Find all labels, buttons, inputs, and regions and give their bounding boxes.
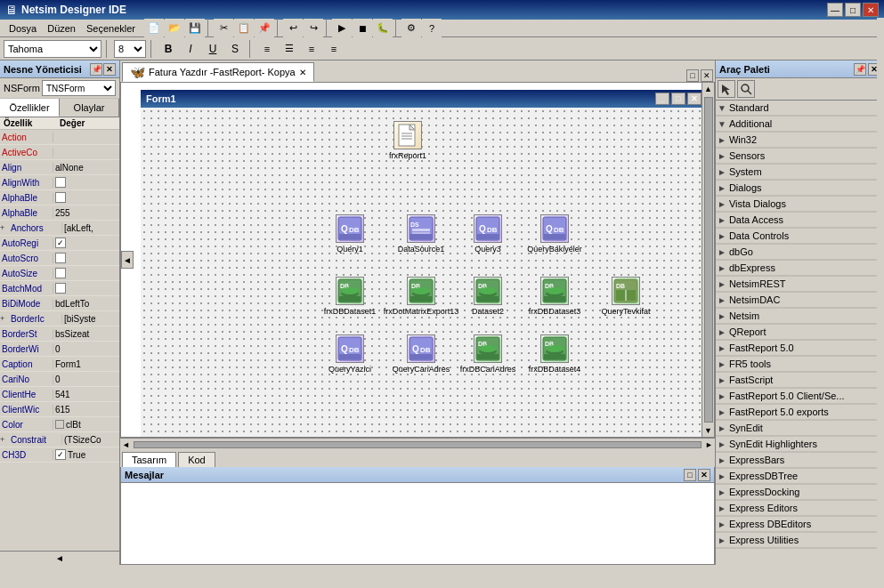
vertical-scrollbar[interactable]: ▲ ▼	[702, 83, 714, 437]
pin-button[interactable]: 📌	[90, 63, 102, 76]
group-express-utilities-header[interactable]: ► Express Utilities	[716, 533, 884, 548]
prop-color[interactable]: Color clBt	[0, 417, 119, 432]
underline-button[interactable]: U	[203, 40, 223, 58]
prop-clienthe[interactable]: ClientHe 541	[0, 387, 119, 402]
group-netsimrest-header[interactable]: ► NetsimREST	[716, 277, 884, 292]
prop-borderst[interactable]: BorderSt bsSizeat	[0, 326, 119, 342]
group-additional-header[interactable]: ▼ Additional	[716, 117, 884, 132]
scroll-left-btn[interactable]: ◄	[120, 439, 132, 451]
prop-alphable2[interactable]: AlphaBle 255	[0, 205, 119, 221]
toolbar-cut[interactable]: ✂	[214, 19, 233, 38]
checkbox-ch3d[interactable]: ✓	[55, 449, 66, 460]
close-button[interactable]: ✕	[863, 3, 879, 17]
toolbar-settings[interactable]: ⚙	[401, 19, 421, 38]
component-frxdbdataset3[interactable]: DB frxDBDataset3	[523, 277, 586, 316]
menu-secenekler[interactable]: Seçenekler	[81, 21, 141, 36]
toolbar-run[interactable]: ▶	[332, 19, 352, 38]
messages-close[interactable]: ✕	[698, 469, 710, 481]
prop-align[interactable]: Align alNone	[0, 160, 119, 175]
prop-borderic[interactable]: + BorderIc [biSyste	[0, 311, 119, 326]
prop-ch3d[interactable]: CH3D ✓ True	[0, 447, 119, 463]
toolbar-open[interactable]: 📂	[165, 19, 184, 38]
group-fastreport-exports-header[interactable]: ► FastReport 5.0 exports	[716, 405, 884, 420]
prop-autosize[interactable]: AutoSize	[0, 266, 119, 281]
form-maximize-button[interactable]: □	[671, 93, 685, 105]
checkbox-alignwith[interactable]	[55, 177, 66, 188]
group-dialogs-header[interactable]: ► Dialogs	[716, 181, 884, 196]
designer-tab-main[interactable]: 🦋 Fatura Yazdır -FastReport- Kopya ✕	[122, 62, 314, 82]
prop-autoscro[interactable]: AutoScro	[0, 251, 119, 266]
group-standard-header[interactable]: ▼ Standard	[716, 101, 884, 116]
group-fastreport50-header[interactable]: ► FastReport 5.0	[716, 341, 884, 356]
component-dataset2[interactable]: DB Dataset2	[457, 277, 519, 316]
h-scroll-thumb[interactable]	[134, 441, 702, 448]
component-querycari[interactable]: Q DB QueryCariAdres	[390, 334, 452, 374]
component-querytevkifat[interactable]: DB QueryTevkifat	[595, 277, 657, 316]
prop-batchmod[interactable]: BatchMod	[0, 281, 119, 296]
checkbox-autosize[interactable]	[55, 268, 66, 278]
checkbox-autoscro[interactable]	[55, 253, 66, 263]
prop-borderwi[interactable]: BorderWi 0	[0, 342, 119, 357]
toolbar-copy[interactable]: 📋	[234, 19, 254, 38]
group-sensors-header[interactable]: ► Sensors	[716, 149, 884, 164]
toolbar-new[interactable]: 📄	[144, 19, 164, 38]
group-fastreport-client-header[interactable]: ► FastReport 5.0 Client/Se...	[716, 389, 884, 404]
group-synedit-header[interactable]: ► SynEdit	[716, 421, 884, 436]
scroll-right-btn[interactable]: ►	[703, 439, 715, 451]
form-canvas[interactable]: frxReport1 Q DB Query1	[141, 108, 707, 437]
prop-caption[interactable]: Caption Form1	[0, 357, 119, 372]
scroll-down-button[interactable]: ▼	[702, 424, 714, 437]
component-frxdbdataset4[interactable]: DB frxDBDataset4	[523, 334, 586, 374]
toolbar-help[interactable]: ?	[422, 19, 442, 38]
toolbar-undo[interactable]: ↩	[283, 19, 303, 38]
font-size-select[interactable]: 8	[114, 40, 146, 58]
messages-maximize[interactable]: □	[684, 469, 696, 481]
prop-clientwic[interactable]: ClientWic 615	[0, 402, 119, 417]
group-synedit-hi-header[interactable]: ► SynEdit Highlighters	[716, 437, 884, 452]
prop-alignwith[interactable]: AlignWith	[0, 175, 119, 190]
group-expressbars-header[interactable]: ► ExpressBars	[716, 453, 884, 468]
horizontal-scrollbar[interactable]: ◄ ►	[120, 438, 715, 450]
component-queryyazici[interactable]: Q DB QueryYazici	[319, 334, 381, 374]
group-fr5tools-header[interactable]: ► FR5 tools	[716, 357, 884, 372]
expand-left-panel[interactable]: ◄	[0, 551, 119, 565]
minimize-button[interactable]: —	[827, 3, 843, 17]
scroll-up-button[interactable]: ▲	[702, 83, 714, 95]
group-win32-header[interactable]: ► Win32	[716, 133, 884, 148]
group-expressdocking-header[interactable]: ► ExpressDocking	[716, 485, 884, 500]
designer-close-button[interactable]: ✕	[701, 69, 713, 82]
align-left-button[interactable]: ≡	[257, 39, 277, 59]
close-panel-button[interactable]: ✕	[103, 63, 116, 76]
checkbox-batchmod[interactable]	[55, 283, 66, 294]
prop-carino[interactable]: CariNo 0	[0, 372, 119, 387]
group-fastscript-header[interactable]: ► FastScript	[716, 373, 884, 388]
expand-anchors[interactable]: +	[0, 223, 9, 232]
group-vista-header[interactable]: ► Vista Dialogs	[716, 197, 884, 212]
component-query3[interactable]: Q DB Query3	[457, 214, 519, 254]
form-close-button[interactable]: ✕	[687, 93, 702, 105]
toolbar-debug[interactable]: 🐛	[373, 19, 393, 38]
tab-tasarim[interactable]: Tasarım	[122, 452, 176, 467]
group-datacontrols-header[interactable]: ► Data Controls	[716, 229, 884, 244]
nsform-select[interactable]: TNSForm	[42, 80, 116, 96]
scroll-thumb[interactable]	[704, 97, 713, 423]
group-netsim-header[interactable]: ► Netsim	[716, 309, 884, 324]
group-express-editors-header[interactable]: ► Express Editors	[716, 501, 884, 516]
scroll-left-button[interactable]: ◄	[121, 251, 134, 269]
prop-bidimode[interactable]: BiDiMode bdLeftTo	[0, 296, 119, 311]
designer-maximize-button[interactable]: □	[686, 69, 699, 82]
align-center-button[interactable]: ☰	[280, 39, 299, 59]
group-dataaccess-header[interactable]: ► Data Access	[716, 213, 884, 228]
menu-duzen[interactable]: Düzen	[42, 21, 81, 36]
prop-anchors[interactable]: + Anchors [akLeft,	[0, 221, 119, 236]
group-netsimdac-header[interactable]: ► NetsimDAC	[716, 293, 884, 308]
group-dbexpress-header[interactable]: ► dbExpress	[716, 261, 884, 276]
tab-kod[interactable]: Kod	[178, 452, 215, 467]
palette-pin[interactable]: 📌	[854, 63, 866, 76]
component-frxdotmatrix[interactable]: DB frxDotMatrixExport13	[390, 277, 452, 316]
group-qreport-header[interactable]: ► QReport	[716, 325, 884, 340]
toolbar-stop[interactable]: ⏹	[353, 19, 372, 38]
tab-close-button[interactable]: ✕	[299, 68, 306, 77]
form-minimize-button[interactable]: _	[655, 93, 669, 105]
italic-button[interactable]: I	[181, 40, 200, 58]
